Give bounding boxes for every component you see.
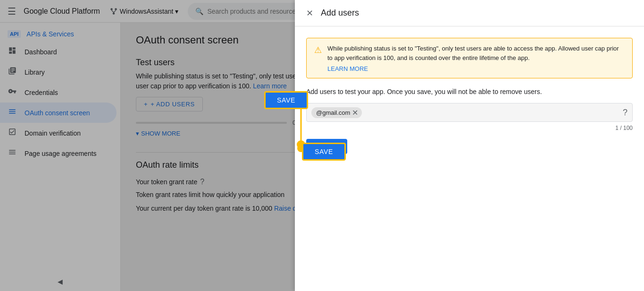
input-help-icon[interactable]: ?	[623, 108, 627, 118]
close-icon: ✕	[306, 8, 313, 18]
warning-box: ⚠ While publishing status is set to "Tes…	[306, 38, 633, 78]
panel-body: ⚠ While publishing status is set to "Tes…	[295, 26, 644, 291]
chip-remove-button[interactable]: ✕	[352, 108, 358, 117]
users-input-container[interactable]: @gmail.com ✕ ?	[306, 103, 633, 122]
chip-label: @gmail.com	[316, 109, 350, 116]
save-button[interactable]: SAVE	[306, 139, 347, 154]
warning-text: While publishing status is set to "Testi…	[327, 45, 619, 61]
panel-close-button[interactable]: ✕	[306, 8, 313, 18]
warning-content: While publishing status is set to "Testi…	[327, 44, 625, 72]
user-chip: @gmail.com ✕	[311, 107, 362, 118]
warning-icon: ⚠	[314, 45, 322, 72]
save-label: SAVE	[318, 143, 336, 150]
panel-title: Add users	[321, 8, 359, 18]
add-users-description: Add users to test your app. Once you sav…	[306, 88, 633, 95]
add-users-panel: ✕ Add users ⚠ While publishing status is…	[295, 0, 644, 291]
users-counter: 1 / 100	[306, 125, 633, 131]
learn-more-link[interactable]: LEARN MORE	[327, 65, 625, 72]
panel-header: ✕ Add users	[295, 0, 644, 26]
